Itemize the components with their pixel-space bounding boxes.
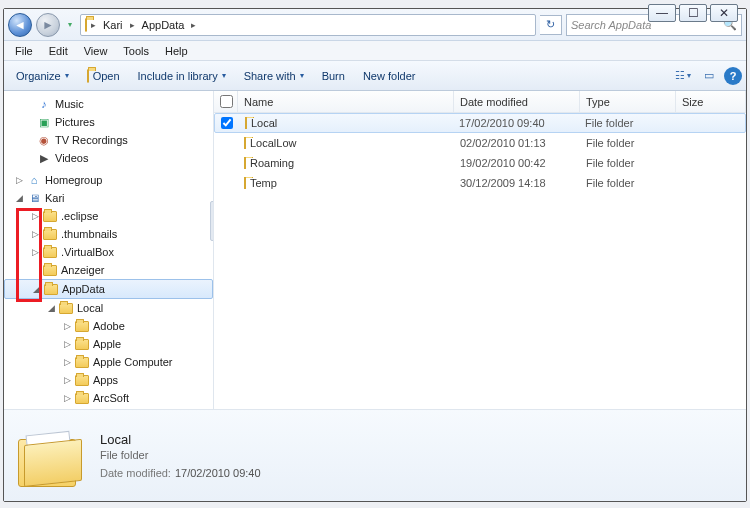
expand-icon[interactable]: ▷ [60,393,74,403]
navigation-bar: ◄ ► ▾ ▸ Kari ▸ AppData ▸ ↻ Search AppDat… [4,9,746,41]
column-checkbox[interactable] [214,91,238,112]
folder-icon [42,244,58,260]
menu-help[interactable]: Help [158,43,195,59]
expand-icon[interactable]: ▷ [60,339,74,349]
tree-item-apps[interactable]: ▷Apps [4,371,213,389]
folder-icon [85,19,87,31]
collapse-icon[interactable]: ◢ [12,193,26,203]
address-bar[interactable]: ▸ Kari ▸ AppData ▸ [80,14,536,36]
menu-view[interactable]: View [77,43,115,59]
tree-item-eclipse[interactable]: ▷.eclipse [4,207,213,225]
menu-tools[interactable]: Tools [116,43,156,59]
tree-item-kari[interactable]: ◢🖥Kari [4,189,213,207]
homegroup-icon: ⌂ [26,172,42,188]
dropdown-icon: ▾ [65,71,69,80]
menu-file[interactable]: File [8,43,40,59]
nav-history-dropdown[interactable]: ▾ [64,13,76,37]
table-row[interactable]: Roaming19/02/2010 00:42File folder [214,153,746,173]
expand-icon[interactable]: ▷ [60,375,74,385]
folder-icon [244,177,246,189]
folder-icon [74,354,90,370]
minimize-button[interactable]: — [648,4,676,22]
tree-item-appdata[interactable]: ◢AppData [4,279,213,299]
collapse-icon[interactable]: ◢ [44,303,58,313]
expand-icon[interactable]: ▷ [60,321,74,331]
back-button[interactable]: ◄ [8,13,32,37]
tree-item-adobe[interactable]: ▷Adobe [4,317,213,335]
tree-item-anzeiger[interactable]: Anzeiger [4,261,213,279]
table-row[interactable]: Temp30/12/2009 14:18File folder [214,173,746,193]
breadcrumb-sep[interactable]: ▸ [91,20,96,30]
large-folder-icon [14,425,88,487]
preview-pane-button[interactable]: ▭ [698,65,720,87]
tree-item-apple[interactable]: ▷Apple [4,335,213,353]
forward-button[interactable]: ► [36,13,60,37]
column-name[interactable]: Name [238,91,454,112]
music-icon: ♪ [36,96,52,112]
expand-icon[interactable]: ▷ [28,211,42,221]
sidebar-resize-handle[interactable] [210,201,214,241]
menu-edit[interactable]: Edit [42,43,75,59]
share-with-button[interactable]: Share with▾ [236,65,312,87]
expand-icon[interactable]: ▷ [12,175,26,185]
row-type: File folder [579,117,675,129]
close-button[interactable]: ✕ [710,4,738,22]
expand-icon[interactable]: ▷ [28,229,42,239]
folder-icon [245,117,247,129]
file-list[interactable]: Local17/02/2010 09:40File folderLocalLow… [214,113,746,409]
maximize-button[interactable]: ☐ [679,4,707,22]
folder-icon [74,318,90,334]
view-options-button[interactable]: ☷▾ [672,65,694,87]
row-date: 19/02/2010 00:42 [454,157,580,169]
folder-icon [244,137,246,149]
breadcrumb-appdata[interactable]: AppData [139,18,188,32]
breadcrumb-sep[interactable]: ▸ [130,20,135,30]
tree-item-videos[interactable]: ▶Videos [4,149,213,167]
details-date: Date modified:17/02/2010 09:40 [100,467,261,479]
collapse-icon[interactable]: ◢ [29,284,43,294]
details-title: Local [100,432,261,447]
details-pane: Local File folder Date modified:17/02/20… [4,409,746,501]
column-date[interactable]: Date modified [454,91,580,112]
tree-item-local[interactable]: ◢Local [4,299,213,317]
column-type[interactable]: Type [580,91,676,112]
column-headers: Name Date modified Type Size [214,91,746,113]
row-name: LocalLow [238,137,454,149]
tree-item-apple-computer[interactable]: ▷Apple Computer [4,353,213,371]
tree-item-pictures[interactable]: ▣Pictures [4,113,213,131]
refresh-button[interactable]: ↻ [540,15,562,35]
new-folder-button[interactable]: New folder [355,65,424,87]
column-size[interactable]: Size [676,91,746,112]
breadcrumb-sep[interactable]: ▸ [191,20,196,30]
tv-icon: ◉ [36,132,52,148]
tree-item-tv[interactable]: ◉TV Recordings [4,131,213,149]
include-in-library-button[interactable]: Include in library▾ [130,65,234,87]
pictures-icon: ▣ [36,114,52,130]
table-row[interactable]: Local17/02/2010 09:40File folder [214,113,746,133]
tree-item-virtualbox[interactable]: ▷.VirtualBox [4,243,213,261]
folder-icon [42,262,58,278]
row-name: Local [239,117,453,129]
row-type: File folder [580,157,676,169]
expand-icon[interactable]: ▷ [60,357,74,367]
file-list-area: Name Date modified Type Size Local17/02/… [214,91,746,409]
toolbar: Organize▾ Open Include in library▾ Share… [4,61,746,91]
expand-icon[interactable]: ▷ [28,247,42,257]
navigation-tree[interactable]: ♪Music ▣Pictures ◉TV Recordings ▶Videos … [4,91,214,409]
explorer-window: ◄ ► ▾ ▸ Kari ▸ AppData ▸ ↻ Search AppDat… [3,8,747,502]
open-button[interactable]: Open [79,65,128,87]
burn-button[interactable]: Burn [314,65,353,87]
tree-item-music[interactable]: ♪Music [4,95,213,113]
select-all-checkbox[interactable] [220,95,233,108]
tree-item-arcsoft[interactable]: ▷ArcSoft [4,389,213,407]
tree-item-homegroup[interactable]: ▷⌂Homegroup [4,171,213,189]
search-placeholder: Search AppData [571,19,651,31]
organize-button[interactable]: Organize▾ [8,65,77,87]
tree-item-thumbnails[interactable]: ▷.thumbnails [4,225,213,243]
row-checkbox[interactable] [221,117,233,129]
menu-bar: File Edit View Tools Help [4,41,746,61]
row-type: File folder [580,177,676,189]
help-button[interactable]: ? [724,67,742,85]
table-row[interactable]: LocalLow02/02/2010 01:13File folder [214,133,746,153]
breadcrumb-kari[interactable]: Kari [100,18,126,32]
